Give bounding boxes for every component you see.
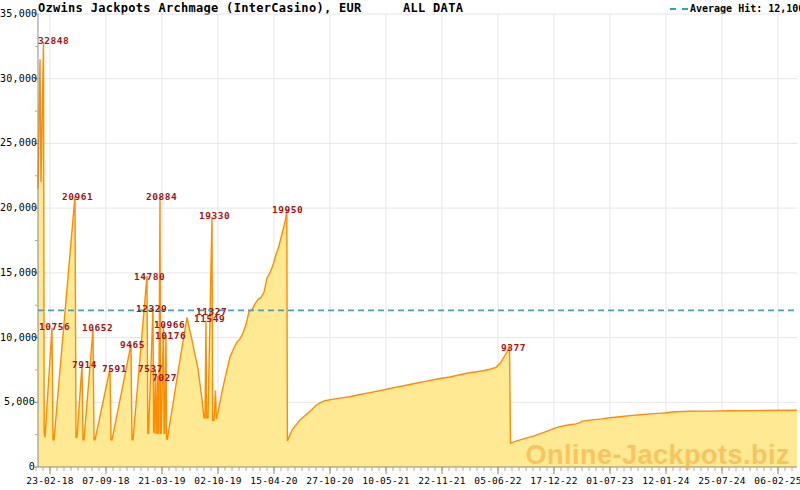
jackpot-history-area-chart — [0, 0, 800, 490]
watermark: Online-Jackpots.biz — [525, 440, 790, 471]
jackpot-chart-screen: Ozwins Jackpots Archmage (InterCasino), … — [0, 0, 800, 490]
